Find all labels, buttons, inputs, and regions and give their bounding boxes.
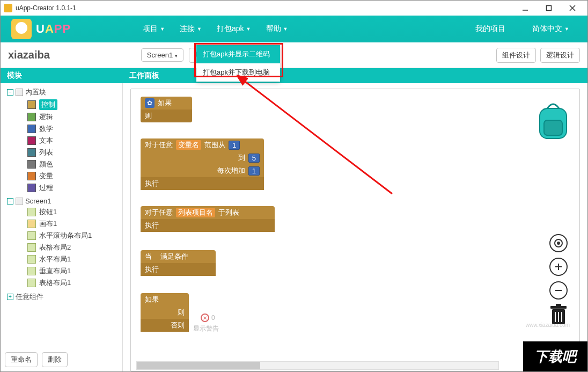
menu-my-projects[interactable]: 我的项目	[468, 24, 513, 34]
category-math[interactable]: 数学	[4, 123, 120, 135]
designer-button[interactable]: 组件设计	[496, 48, 536, 63]
chevron-down-icon: ▼	[564, 26, 569, 32]
left-panel-title: 模块	[1, 68, 123, 83]
category-procedures[interactable]: 过程	[4, 182, 120, 194]
svg-rect-1	[547, 6, 552, 11]
toolbar: xiazaiba Screen1 ▾ 增加屏幕 组件设计 逻辑设计	[1, 42, 587, 68]
build-apk-dropdown: 打包apk并显示二维码 打包apk并下载到电脑	[196, 45, 280, 82]
any-component-node[interactable]: 任意组件	[16, 292, 43, 302]
blocks-button[interactable]: 逻辑设计	[540, 48, 580, 63]
folder-icon	[16, 89, 23, 96]
component-icon	[27, 255, 36, 264]
scrollbar-thumb[interactable]	[137, 362, 260, 369]
block-for-each[interactable]: 对于任意列表项目名于列表 执行	[141, 206, 275, 232]
app-icon	[4, 4, 12, 12]
category-logic[interactable]: 逻辑	[4, 111, 120, 123]
window-title: uApp-Creator 1.0.1-1	[16, 4, 76, 12]
menu-build-apk[interactable]: 打包apk▼	[209, 24, 259, 34]
component-row[interactable]: 表格布局2	[4, 242, 120, 253]
collapse-icon[interactable]: −	[7, 198, 13, 205]
menu-language[interactable]: 简体中文▼	[525, 24, 577, 34]
zoom-out-button[interactable]	[549, 281, 568, 300]
backpack-icon	[535, 101, 571, 142]
collapse-icon[interactable]: −	[7, 89, 13, 96]
dropdown-item-qr[interactable]: 打包apk并显示二维码	[196, 45, 280, 63]
menu-connect[interactable]: 连接▼	[172, 24, 209, 34]
block-for-range[interactable]: 对于任意变量名范围从1 到5 每次增加1 执行	[141, 138, 264, 190]
chevron-down-icon: ▼	[160, 26, 165, 32]
blocks-tree: − 内置块 控制 逻辑 数学 文本 列表 颜色 变量 过程 − Screen1 …	[1, 83, 123, 348]
category-colors[interactable]: 颜色	[4, 158, 120, 170]
warning-indicator[interactable]: ✕ 0	[201, 313, 215, 322]
lion-icon	[11, 19, 32, 39]
builtin-label[interactable]: 内置块	[25, 87, 46, 97]
close-button[interactable]	[561, 1, 584, 16]
block-if-else[interactable]: 如果 则 否则	[141, 293, 189, 332]
component-icon	[27, 279, 36, 287]
screen-icon	[16, 198, 23, 205]
chevron-down-icon: ▼	[283, 26, 288, 32]
rename-button[interactable]: 重命名	[5, 352, 38, 367]
tree-footer: 重命名 删除	[1, 348, 123, 371]
main-area: 模块 − 内置块 控制 逻辑 数学 文本 列表 颜色 变量 过程 − Scree…	[1, 68, 587, 371]
color-swatch-icon	[27, 100, 36, 109]
component-row[interactable]: 按钮1	[4, 206, 120, 218]
maximize-button[interactable]	[537, 1, 561, 16]
component-icon	[27, 267, 36, 275]
menu-project[interactable]: 项目▼	[135, 24, 172, 34]
color-swatch-icon	[27, 113, 36, 121]
component-icon	[27, 220, 36, 228]
category-lists[interactable]: 列表	[4, 147, 120, 158]
color-swatch-icon	[27, 136, 36, 145]
color-swatch-icon	[27, 148, 36, 157]
workspace-canvas[interactable]: ✿如果 则 对于任意变量名范围从1 到5 每次增加1 执行 对于任意列表项目名于…	[130, 89, 580, 371]
workspace-title: 工作面板	[123, 68, 587, 83]
component-row[interactable]: 画布1	[4, 218, 120, 230]
block-if[interactable]: ✿如果 则	[141, 97, 192, 122]
horizontal-scrollbar[interactable]	[136, 361, 499, 370]
block-while[interactable]: 当 满足条件 执行	[141, 250, 216, 276]
component-icon	[27, 231, 36, 240]
window-titlebar: uApp-Creator 1.0.1-1	[1, 1, 587, 16]
category-text[interactable]: 文本	[4, 135, 120, 147]
svg-rect-14	[556, 304, 561, 307]
chevron-down-icon: ▼	[246, 26, 251, 32]
menu-help[interactable]: 帮助▼	[259, 24, 296, 34]
zoom-in-button[interactable]	[549, 258, 568, 276]
category-variables[interactable]: 变量	[4, 170, 120, 182]
backpack[interactable]	[535, 101, 571, 142]
svg-rect-6	[544, 120, 562, 135]
zoom-controls	[549, 234, 568, 300]
minimize-button[interactable]	[513, 1, 537, 16]
expand-icon[interactable]: +	[7, 294, 13, 300]
chevron-down-icon: ▼	[197, 26, 202, 32]
recenter-button[interactable]	[549, 234, 568, 252]
top-nav: UAPP 项目▼ 连接▼ 打包apk▼ 帮助▼ 我的项目 简体中文▼	[1, 16, 587, 42]
delete-button[interactable]: 删除	[42, 352, 68, 367]
gear-icon[interactable]: ✿	[145, 98, 155, 108]
color-swatch-icon	[27, 172, 36, 180]
color-swatch-icon	[27, 160, 36, 169]
color-swatch-icon	[27, 184, 36, 192]
component-row[interactable]: 水平布局1	[4, 253, 120, 265]
screen-node[interactable]: Screen1	[25, 197, 51, 205]
component-row[interactable]: 表格布局1	[4, 277, 120, 289]
component-icon	[27, 208, 36, 216]
svg-point-7	[557, 242, 560, 245]
workspace-canvas-wrap: ✿如果 则 对于任意变量名范围从1 到5 每次增加1 执行 对于任意列表项目名于…	[123, 83, 587, 371]
color-swatch-icon	[27, 125, 36, 133]
logo: UAPP	[11, 19, 71, 39]
left-panel: 模块 − 内置块 控制 逻辑 数学 文本 列表 颜色 变量 过程 − Scree…	[1, 68, 123, 371]
component-row[interactable]: 水平滚动条布局1	[4, 230, 120, 242]
warning-label[interactable]: 显示警告	[193, 324, 219, 333]
right-panel: 工作面板 ✿如果 则 对于任意变量名范围从1 到5 每次增加1 执行 对于任意列…	[123, 68, 587, 371]
download-badge: 下载吧	[523, 341, 587, 371]
project-name: xiazaiba	[8, 49, 50, 61]
component-row[interactable]: 垂直布局1	[4, 265, 120, 277]
error-icon: ✕	[201, 313, 209, 322]
screen-select[interactable]: Screen1 ▾	[141, 48, 183, 62]
dropdown-item-download[interactable]: 打包apk并下载到电脑	[196, 63, 280, 82]
chevron-down-icon: ▾	[175, 53, 178, 59]
watermark: www.xiazaiba.com	[526, 322, 570, 328]
category-control[interactable]: 控制	[4, 98, 120, 111]
